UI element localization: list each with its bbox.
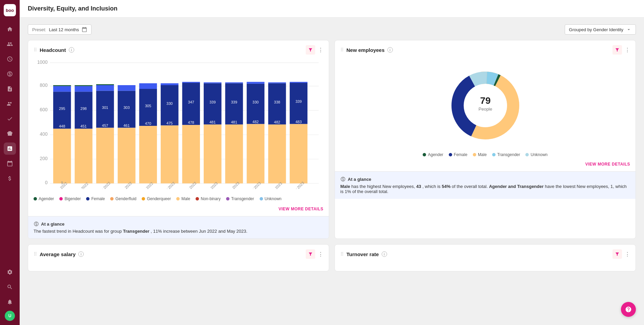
new-employees-donut-wrap: 79 People — [335, 58, 636, 150]
svg-rect-75 — [225, 82, 243, 83]
headcount-at-a-glance-title: At a glance — [34, 221, 323, 227]
legend-unknown: Unknown — [260, 196, 282, 201]
grouped-by-dropdown[interactable]: Grouped by Gender Identity — [565, 24, 636, 35]
svg-text:600: 600 — [40, 107, 47, 112]
new-employees-legend: Agender Female Male Transgender — [335, 150, 636, 160]
donut-legend-agender: Agender — [423, 152, 443, 157]
turnover-rate-title-wrap: ⠿ Turnover rate i — [340, 251, 387, 257]
new-employees-title-wrap: ⠿ New employees i — [340, 47, 393, 53]
svg-text:481: 481 — [231, 120, 237, 124]
user-avatar[interactable]: U — [5, 311, 15, 321]
svg-rect-59 — [182, 125, 200, 183]
headcount-drag-handle[interactable]: ⠿ — [34, 47, 37, 53]
svg-text:303: 303 — [123, 106, 129, 110]
new-employees-title: New employees — [346, 47, 385, 53]
svg-text:400: 400 — [40, 132, 47, 137]
svg-rect-15 — [53, 86, 71, 92]
new-employees-at-a-glance-title: At a glance — [340, 176, 630, 182]
sidebar-item-analytics[interactable] — [4, 142, 16, 155]
svg-rect-96 — [290, 82, 307, 83]
turnover-rate-info-icon[interactable]: i — [382, 251, 387, 257]
headcount-view-more[interactable]: VIEW MORE DETAILS — [28, 205, 329, 216]
svg-text:482: 482 — [253, 120, 259, 124]
new-employees-drag-handle[interactable]: ⠿ — [340, 47, 344, 53]
svg-text:People: People — [478, 107, 492, 112]
svg-text:301: 301 — [102, 106, 108, 110]
turnover-rate-card: ⠿ Turnover rate i ⋮ — [335, 244, 636, 271]
svg-text:298: 298 — [80, 107, 86, 111]
svg-rect-47 — [139, 83, 157, 89]
sidebar-search[interactable] — [4, 281, 16, 293]
sidebar-item-calendar[interactable] — [4, 157, 16, 170]
preset-button[interactable]: Preset: Last 12 months — [28, 24, 92, 35]
svg-rect-94 — [290, 124, 307, 183]
svg-text:792: 792 — [80, 80, 86, 84]
page-title: Diversity, Equity, and Inclusion — [28, 5, 117, 12]
svg-text:478: 478 — [188, 120, 194, 125]
help-fab[interactable] — [621, 302, 636, 317]
new-employees-header: ⠿ New employees i ⋮ — [335, 40, 636, 58]
headcount-card: ⠿ Headcount i ⋮ 0 — [28, 40, 329, 239]
sidebar-item-gift[interactable] — [4, 128, 16, 140]
legend-female: Female — [86, 196, 105, 201]
svg-text:483: 483 — [296, 120, 302, 124]
svg-text:844: 844 — [231, 78, 237, 82]
svg-text:451: 451 — [80, 124, 86, 128]
content-area: Preset: Last 12 months Grouped by Gender… — [20, 18, 644, 325]
legend-agender: Agender — [34, 196, 54, 201]
headcount-bar-chart: 0 200 400 600 800 1000 — [34, 58, 323, 189]
svg-text:305: 305 — [145, 104, 151, 108]
headcount-filter-button[interactable] — [306, 45, 315, 55]
svg-text:847: 847 — [296, 77, 302, 81]
headcount-more-button[interactable]: ⋮ — [318, 47, 323, 53]
svg-text:330: 330 — [253, 100, 259, 104]
preset-value: Last 12 months — [49, 27, 79, 32]
average-salary-info-icon[interactable]: i — [78, 251, 84, 257]
svg-rect-22 — [75, 129, 92, 183]
svg-rect-30 — [96, 128, 114, 183]
legend-male: Male — [176, 196, 190, 201]
average-salary-drag-handle[interactable]: ⠿ — [34, 251, 37, 257]
new-employees-more-button[interactable]: ⋮ — [625, 47, 630, 53]
svg-text:1000: 1000 — [37, 60, 48, 65]
headcount-info-icon[interactable]: i — [69, 47, 74, 53]
svg-text:844: 844 — [274, 78, 280, 82]
average-salary-more-button[interactable]: ⋮ — [318, 251, 323, 257]
new-employees-card: ⠿ New employees i ⋮ — [335, 40, 636, 239]
svg-text:347: 347 — [188, 100, 194, 104]
sidebar-item-team[interactable] — [4, 98, 16, 110]
svg-text:829: 829 — [166, 78, 173, 82]
headcount-chart-area: 0 200 400 600 800 1000 — [28, 58, 329, 194]
turnover-rate-filter-button[interactable] — [612, 249, 622, 259]
svg-text:200: 200 — [40, 156, 47, 161]
sidebar-notifications[interactable] — [4, 296, 16, 308]
sidebar: boo U — [0, 0, 20, 325]
average-salary-header: ⠿ Average salary i ⋮ — [28, 245, 329, 262]
new-employees-filter-button[interactable] — [612, 45, 622, 55]
sidebar-item-clock[interactable] — [4, 53, 16, 65]
turnover-rate-drag-handle[interactable]: ⠿ — [340, 251, 344, 257]
sidebar-settings[interactable] — [4, 266, 16, 278]
sidebar-item-check[interactable] — [4, 113, 16, 125]
new-employees-at-a-glance-text: Male has the highest New employees, 43 ,… — [340, 184, 630, 194]
new-employees-view-more[interactable]: VIEW MORE DETAILS — [335, 160, 636, 171]
svg-rect-89 — [268, 82, 286, 83]
svg-text:785: 785 — [59, 80, 65, 84]
sidebar-item-people[interactable] — [4, 38, 16, 50]
average-salary-card: ⠿ Average salary i ⋮ — [28, 244, 329, 271]
svg-text:844: 844 — [209, 78, 216, 82]
headcount-at-a-glance: At a glance The fastest trend in Headcou… — [28, 216, 329, 238]
headcount-legend: Agender Bigender Female Genderfluid — [28, 194, 329, 205]
sidebar-item-document[interactable] — [4, 83, 16, 95]
sidebar-item-home[interactable] — [4, 23, 16, 35]
svg-rect-52 — [161, 126, 178, 184]
turnover-rate-header: ⠿ Turnover rate i ⋮ — [335, 245, 636, 262]
sidebar-item-star[interactable] — [4, 68, 16, 80]
sidebar-item-payroll[interactable] — [4, 172, 16, 185]
app-logo[interactable]: boo — [4, 4, 16, 16]
turnover-rate-more-button[interactable]: ⋮ — [625, 251, 630, 257]
svg-text:339: 339 — [296, 99, 302, 103]
headcount-title: Headcount — [40, 47, 66, 53]
average-salary-filter-button[interactable] — [306, 249, 315, 259]
new-employees-info-icon[interactable]: i — [387, 47, 393, 53]
